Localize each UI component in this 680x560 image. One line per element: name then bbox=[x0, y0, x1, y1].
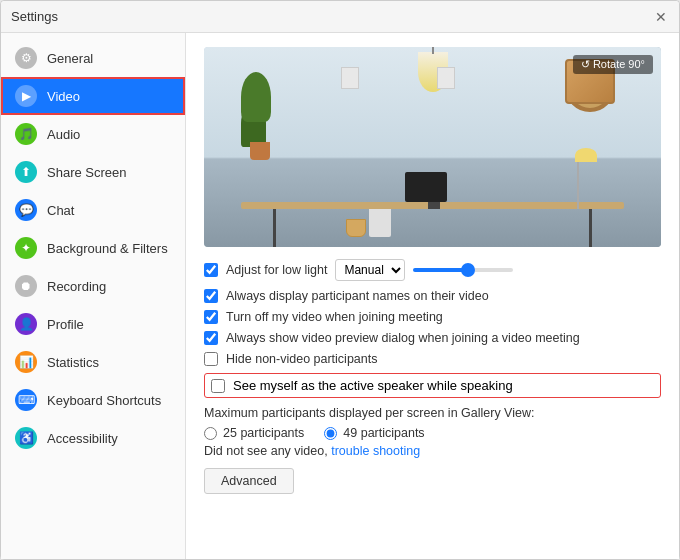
sidebar-item-chat[interactable]: 💬 Chat bbox=[1, 191, 185, 229]
sidebar-label-profile: Profile bbox=[47, 317, 84, 332]
sidebar-item-accessibility[interactable]: ♿ Accessibility bbox=[1, 419, 185, 457]
hide-nonvideo-label: Hide non-video participants bbox=[226, 352, 377, 366]
hide-nonvideo-row: Hide non-video participants bbox=[204, 352, 661, 366]
room-scene bbox=[204, 47, 661, 247]
sidebar-label-chat: Chat bbox=[47, 203, 74, 218]
low-light-label: Adjust for low light bbox=[226, 263, 327, 277]
see-myself-checkbox[interactable] bbox=[211, 379, 225, 393]
sidebar-label-audio: Audio bbox=[47, 127, 80, 142]
chair bbox=[369, 207, 391, 237]
low-light-slider-container bbox=[413, 268, 661, 272]
show-preview-label: Always show video preview dialog when jo… bbox=[226, 331, 580, 345]
lamp-stand bbox=[577, 159, 579, 209]
profile-icon: 👤 bbox=[15, 313, 37, 335]
basket bbox=[346, 219, 366, 237]
sidebar-item-statistics[interactable]: 📊 Statistics bbox=[1, 343, 185, 381]
wall-art1 bbox=[341, 67, 359, 89]
troubleshoot-text: Did not see any video, bbox=[204, 444, 328, 458]
sidebar-label-rec: Recording bbox=[47, 279, 106, 294]
troubleshoot-row: Did not see any video, trouble shooting bbox=[204, 444, 661, 458]
sidebar-item-background[interactable]: ✦ Background & Filters bbox=[1, 229, 185, 267]
display-names-row: Always display participant names on thei… bbox=[204, 289, 661, 303]
radio-49-option: 49 participants bbox=[324, 426, 424, 440]
radio-49[interactable] bbox=[324, 427, 337, 440]
sidebar-item-recording[interactable]: ⏺ Recording bbox=[1, 267, 185, 305]
gallery-label: Maximum participants displayed per scree… bbox=[204, 406, 661, 420]
keyboard-icon: ⌨ bbox=[15, 389, 37, 411]
chat-icon: 💬 bbox=[15, 199, 37, 221]
turn-off-video-checkbox[interactable] bbox=[204, 310, 218, 324]
radio-25[interactable] bbox=[204, 427, 217, 440]
troubleshoot-link[interactable]: trouble shooting bbox=[331, 444, 420, 458]
low-light-checkbox[interactable] bbox=[204, 263, 218, 277]
radio-49-label: 49 participants bbox=[343, 426, 424, 440]
radio-25-label: 25 participants bbox=[223, 426, 304, 440]
lamp-shade bbox=[575, 148, 597, 162]
sidebar-item-profile[interactable]: 👤 Profile bbox=[1, 305, 185, 343]
show-preview-checkbox[interactable] bbox=[204, 331, 218, 345]
advanced-button[interactable]: Advanced bbox=[204, 468, 294, 494]
sidebar-label-video: Video bbox=[47, 89, 80, 104]
background-icon: ✦ bbox=[15, 237, 37, 259]
gallery-section: Maximum participants displayed per scree… bbox=[204, 406, 661, 440]
sidebar-label-share: Share Screen bbox=[47, 165, 127, 180]
general-icon: ⚙ bbox=[15, 47, 37, 69]
sidebar-label-stats: Statistics bbox=[47, 355, 99, 370]
sidebar-label-access: Accessibility bbox=[47, 431, 118, 446]
sidebar-label-general: General bbox=[47, 51, 93, 66]
low-light-row: Adjust for low light Manual bbox=[204, 259, 661, 281]
see-myself-row: See myself as the active speaker while s… bbox=[204, 373, 661, 398]
sidebar-item-video[interactable]: ▶ Video bbox=[1, 77, 185, 115]
turn-off-video-row: Turn off my video when joining meeting bbox=[204, 310, 661, 324]
audio-icon: 🎵 bbox=[15, 123, 37, 145]
share-icon: ⬆ bbox=[15, 161, 37, 183]
accessibility-icon: ♿ bbox=[15, 427, 37, 449]
sidebar-label-bg: Background & Filters bbox=[47, 241, 168, 256]
see-myself-label: See myself as the active speaker while s… bbox=[233, 378, 513, 393]
sidebar-item-keyboard[interactable]: ⌨ Keyboard Shortcuts bbox=[1, 381, 185, 419]
monitor bbox=[405, 172, 447, 202]
sidebar-item-general[interactable]: ⚙ General bbox=[1, 39, 185, 77]
show-preview-row: Always show video preview dialog when jo… bbox=[204, 331, 661, 345]
low-light-mode-select[interactable]: Manual bbox=[335, 259, 405, 281]
statistics-icon: 📊 bbox=[15, 351, 37, 373]
plant-pot bbox=[250, 142, 270, 160]
wall-art2 bbox=[437, 67, 455, 89]
titlebar: Settings ✕ bbox=[1, 1, 679, 33]
low-light-slider[interactable] bbox=[413, 268, 513, 272]
video-preview: ↺ Rotate 90° bbox=[204, 47, 661, 247]
rotate-button[interactable]: ↺ Rotate 90° bbox=[573, 55, 653, 74]
sidebar-item-share-screen[interactable]: ⬆ Share Screen bbox=[1, 153, 185, 191]
desk-leg-left bbox=[273, 209, 276, 247]
hide-nonvideo-checkbox[interactable] bbox=[204, 352, 218, 366]
recording-icon: ⏺ bbox=[15, 275, 37, 297]
settings-window: Settings ✕ ⚙ General ▶ Video 🎵 Audio ⬆ S… bbox=[0, 0, 680, 560]
video-icon: ▶ bbox=[15, 85, 37, 107]
desk-leg-right bbox=[589, 209, 592, 247]
display-names-label: Always display participant names on thei… bbox=[226, 289, 489, 303]
turn-off-video-label: Turn off my video when joining meeting bbox=[226, 310, 443, 324]
sidebar-label-kb: Keyboard Shortcuts bbox=[47, 393, 161, 408]
display-names-checkbox[interactable] bbox=[204, 289, 218, 303]
sidebar-item-audio[interactable]: 🎵 Audio bbox=[1, 115, 185, 153]
monitor-stand bbox=[428, 202, 440, 209]
main-panel: ↺ Rotate 90° Adjust for low light Manual… bbox=[186, 33, 679, 559]
window-title: Settings bbox=[11, 9, 58, 24]
radio-row: 25 participants 49 participants bbox=[204, 426, 661, 440]
plant-leaves bbox=[241, 72, 271, 122]
close-button[interactable]: ✕ bbox=[653, 9, 669, 25]
content-area: ⚙ General ▶ Video 🎵 Audio ⬆ Share Screen… bbox=[1, 33, 679, 559]
sidebar: ⚙ General ▶ Video 🎵 Audio ⬆ Share Screen… bbox=[1, 33, 186, 559]
radio-25-option: 25 participants bbox=[204, 426, 304, 440]
